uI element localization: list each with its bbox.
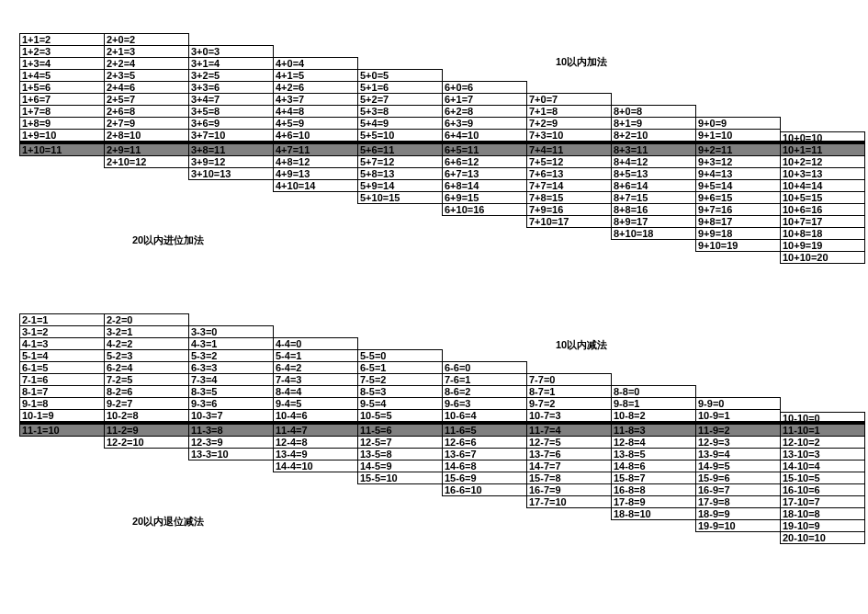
addition-cell-r8-c5: 6+4=10: [442, 129, 527, 142]
subtraction-cell-r2-c1: 4-2=2: [104, 337, 189, 350]
addition-cell-r0-c0: 1+1=2: [19, 33, 105, 46]
addition-cell-r14-c7: 8+8=16: [611, 203, 696, 216]
addition-cell-r6-c3: 4+4=8: [273, 105, 358, 118]
subtraction-cell-r9-c9: 11-10=1: [780, 424, 865, 437]
subtraction-cell-r4-c2: 6-3=3: [188, 361, 274, 374]
subtraction-cell-r9-c0: 11-1=10: [19, 424, 105, 437]
addition-cell-r11-c2: 3+10=13: [188, 167, 274, 180]
addition-cell-r3-c0: 1+4=5: [19, 69, 105, 82]
subtraction-cell-r12-c8: 14-9=5: [695, 460, 781, 472]
subtraction-cell-r11-c4: 13-5=8: [357, 448, 443, 460]
subtraction-cell-r12-c5: 14-6=8: [442, 460, 527, 472]
addition-cell-r3-c2: 3+2=5: [188, 69, 274, 82]
addition-cell-r9-c8: 9+2=11: [695, 143, 781, 156]
subtraction-cell-r3-c0: 5-1=4: [19, 349, 105, 362]
addition-cell-r6-c4: 5+3=8: [357, 105, 443, 118]
addition-cell-r3-c3: 4+1=5: [273, 69, 358, 82]
divider-rule: [19, 421, 865, 424]
subtraction-cell-r12-c7: 14-8=6: [611, 460, 696, 472]
addition-cell-r5-c0: 1+6=7: [19, 93, 105, 106]
subtraction-cell-r1-c0: 3-1=2: [19, 325, 105, 338]
subtraction-cell-r10-c5: 12-6=6: [442, 436, 527, 449]
addition-cell-r13-c9: 10+5=15: [780, 191, 865, 204]
addition-cell-r1-c0: 1+2=3: [19, 45, 105, 58]
subtraction-cell-r13-c4: 15-5=10: [357, 472, 443, 484]
addition-cell-r7-c3: 4+5=9: [273, 117, 358, 130]
addition-cell-r2-c1: 2+2=4: [104, 57, 189, 70]
addition-cell-r13-c4: 5+10=15: [357, 191, 443, 204]
subtraction-cell-r10-c4: 12-5=7: [357, 436, 443, 449]
subtraction-cell-r2-c2: 4-3=1: [188, 337, 274, 350]
subtraction-cell-r9-c2: 11-3=8: [188, 424, 274, 437]
subtraction-cell-r11-c7: 13-8=5: [611, 448, 696, 460]
subtraction-cell-r17-c8: 19-9=10: [695, 519, 781, 532]
subtraction-cell-r3-c1: 5-2=3: [104, 349, 189, 362]
subtraction-cell-r7-c2: 9-3=6: [188, 397, 274, 410]
addition-cell-r10-c4: 5+7=12: [357, 155, 443, 168]
addition-cell-r13-c6: 7+8=15: [526, 191, 612, 204]
subtraction-cell-r18-c9: 20-10=10: [780, 531, 865, 544]
addition-cell-r13-c5: 6+9=15: [442, 191, 527, 204]
addition-cell-r11-c8: 9+4=13: [695, 167, 781, 180]
subtraction-cell-r11-c6: 13-7=6: [526, 448, 612, 460]
addition-toprow-c4: 5+0=5: [357, 69, 443, 82]
subtraction-cell-r5-c1: 7-2=5: [104, 373, 189, 386]
subtraction-cell-r12-c3: 14-4=10: [273, 460, 358, 472]
addition-cell-r16-c7: 8+10=18: [611, 227, 696, 240]
addition-cell-r11-c6: 7+6=13: [526, 167, 612, 180]
subtraction-cell-r9-c7: 11-8=3: [611, 424, 696, 437]
subtraction-cell-r4-c0: 6-1=5: [19, 361, 105, 374]
subtraction-cell-r8-c8: 10-9=1: [695, 409, 781, 422]
subtraction-cell-r14-c5: 16-6=10: [442, 483, 527, 496]
addition-cell-r4-c0: 1+5=6: [19, 81, 105, 94]
addition-cell-r9-c4: 5+6=11: [357, 143, 443, 156]
subtraction-cell-r13-c9: 15-10=5: [780, 472, 865, 484]
addition-cell-r12-c3: 4+10=14: [273, 179, 358, 192]
addition-cell-r11-c3: 4+9=13: [273, 167, 358, 180]
subtraction-cell-r7-c7: 9-8=1: [611, 397, 696, 410]
addition-cell-r13-c8: 9+6=15: [695, 191, 781, 204]
addition-cell-r10-c8: 9+3=12: [695, 155, 781, 168]
subtraction-cell-r1-c1: 3-2=1: [104, 325, 189, 338]
subtraction-cell-r15-c6: 17-7=10: [526, 495, 612, 508]
subtraction-cell-r9-c8: 11-9=2: [695, 424, 781, 437]
addition-cell-r8-c4: 5+5=10: [357, 129, 443, 142]
addition-cell-r6-c6: 7+1=8: [526, 105, 612, 118]
subtraction-cell-r13-c7: 15-8=7: [611, 472, 696, 484]
addition-cell-r16-c9: 10+8=18: [780, 227, 865, 240]
addition-cell-r9-c7: 8+3=11: [611, 143, 696, 156]
addition-cell-r11-c9: 10+3=13: [780, 167, 865, 180]
subtraction-cell-r6-c1: 8-2=6: [104, 385, 189, 398]
subtraction-cell-r12-c6: 14-7=7: [526, 460, 612, 472]
addition-toprow-c2: 3+0=3: [188, 45, 274, 58]
subtraction-cell-r11-c2: 13-3=10: [188, 448, 274, 460]
subtraction-toprow-c2: 3-3=0: [188, 325, 274, 338]
addition-cell-r7-c2: 3+6=9: [188, 117, 274, 130]
addition-cell-r15-c9: 10+7=17: [780, 215, 865, 228]
addition-cell-r10-c5: 6+6=12: [442, 155, 527, 168]
subtraction-cell-r10-c6: 12-7=5: [526, 436, 612, 449]
subtraction-cell-r14-c7: 16-8=8: [611, 483, 696, 496]
subtraction-cell-r11-c9: 13-10=3: [780, 448, 865, 460]
addition-toprow-c1: 2+0=2: [104, 33, 189, 46]
addition-cell-r11-c5: 6+7=13: [442, 167, 527, 180]
addition-cell-r10-c2: 3+9=12: [188, 155, 274, 168]
addition-cell-r9-c3: 4+7=11: [273, 143, 358, 156]
addition-cell-r9-c5: 6+5=11: [442, 143, 527, 156]
addition-cell-r18-c9: 10+10=20: [780, 251, 865, 264]
subtraction-cell-r7-c6: 9-7=2: [526, 397, 612, 410]
subtraction-cell-r5-c5: 7-6=1: [442, 373, 527, 386]
label-sub_within_10: 10以内减法: [556, 338, 607, 352]
subtraction-cell-r7-c4: 9-5=4: [357, 397, 443, 410]
label-add_within_10: 10以内加法: [556, 55, 607, 69]
subtraction-cell-r12-c9: 14-10=4: [780, 460, 865, 472]
addition-cell-r10-c6: 7+5=12: [526, 155, 612, 168]
addition-cell-r7-c4: 5+4=9: [357, 117, 443, 130]
addition-cell-r10-c7: 8+4=12: [611, 155, 696, 168]
addition-cell-r7-c1: 2+7=9: [104, 117, 189, 130]
subtraction-cell-r14-c9: 16-10=6: [780, 483, 865, 496]
subtraction-cell-r2-c0: 4-1=3: [19, 337, 105, 350]
subtraction-cell-r5-c3: 7-4=3: [273, 373, 358, 386]
subtraction-toprow-c1: 2-2=0: [104, 313, 189, 326]
subtraction-toprow-c3: 4-4=0: [273, 337, 358, 350]
